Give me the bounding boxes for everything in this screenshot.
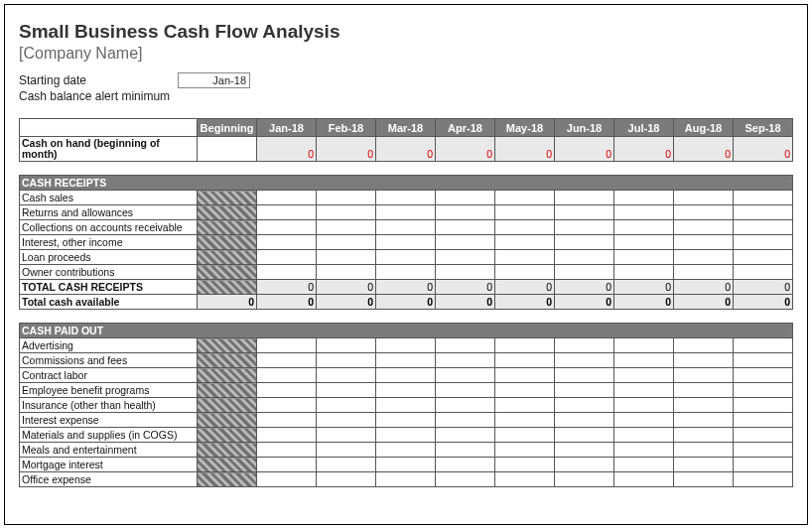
cell[interactable] <box>317 383 376 398</box>
cell[interactable] <box>436 458 495 472</box>
cell[interactable] <box>436 428 495 443</box>
cell[interactable]: 0 <box>674 295 734 310</box>
cell[interactable]: 0 <box>555 137 614 162</box>
cell[interactable] <box>734 338 793 353</box>
cell[interactable] <box>317 250 376 265</box>
cell[interactable] <box>436 235 495 250</box>
cell[interactable]: 0 <box>734 295 793 310</box>
cell[interactable] <box>555 338 614 353</box>
cell[interactable] <box>317 428 376 443</box>
cell[interactable] <box>495 338 555 353</box>
cell[interactable] <box>436 472 495 487</box>
cell[interactable] <box>614 235 674 250</box>
cell[interactable] <box>376 191 436 205</box>
cell[interactable] <box>734 353 793 368</box>
cell[interactable] <box>555 443 614 458</box>
cell[interactable] <box>555 250 614 265</box>
cell[interactable] <box>376 458 436 472</box>
cell[interactable] <box>555 265 614 280</box>
cell[interactable] <box>436 443 495 458</box>
cell[interactable] <box>436 383 495 398</box>
cell[interactable] <box>495 383 555 398</box>
cell[interactable] <box>436 205 495 220</box>
cell[interactable] <box>495 368 555 383</box>
cell[interactable] <box>734 458 793 472</box>
cell[interactable] <box>555 235 614 250</box>
cell[interactable]: 0 <box>317 137 376 162</box>
cell[interactable] <box>614 413 674 428</box>
cell[interactable] <box>376 250 436 265</box>
cell[interactable] <box>257 443 317 458</box>
cell[interactable] <box>317 265 376 280</box>
cell[interactable]: 0 <box>376 295 436 310</box>
cell[interactable] <box>317 368 376 383</box>
cell[interactable] <box>495 235 555 250</box>
cell[interactable]: 0 <box>734 280 793 295</box>
cell[interactable] <box>257 413 317 428</box>
cell[interactable] <box>317 220 376 235</box>
cell[interactable] <box>674 265 734 280</box>
cell[interactable]: 0 <box>674 137 734 162</box>
cell[interactable] <box>317 472 376 487</box>
cell[interactable] <box>257 398 317 413</box>
cell[interactable] <box>555 458 614 472</box>
cell[interactable] <box>614 250 674 265</box>
cell[interactable] <box>555 383 614 398</box>
cell[interactable] <box>376 472 436 487</box>
cell[interactable] <box>614 205 674 220</box>
cell[interactable] <box>495 413 555 428</box>
cell[interactable] <box>614 443 674 458</box>
cell[interactable] <box>376 443 436 458</box>
cell[interactable]: 0 <box>674 280 734 295</box>
cell[interactable] <box>317 191 376 205</box>
cell[interactable] <box>734 235 793 250</box>
cell[interactable]: 0 <box>436 280 495 295</box>
cell[interactable] <box>317 413 376 428</box>
cell[interactable] <box>614 398 674 413</box>
cell[interactable]: 0 <box>257 280 317 295</box>
cell[interactable] <box>376 368 436 383</box>
cell[interactable] <box>317 458 376 472</box>
cell[interactable] <box>317 235 376 250</box>
cell[interactable]: 0 <box>376 137 436 162</box>
cell[interactable] <box>674 353 734 368</box>
cell[interactable] <box>495 458 555 472</box>
cell[interactable] <box>495 472 555 487</box>
cell[interactable] <box>734 443 793 458</box>
cell[interactable] <box>674 383 734 398</box>
starting-date-input[interactable]: Jan-18 <box>178 72 250 88</box>
cell[interactable] <box>436 250 495 265</box>
cell[interactable] <box>376 398 436 413</box>
cell[interactable] <box>495 205 555 220</box>
cell[interactable]: 0 <box>614 280 674 295</box>
cell[interactable] <box>257 250 317 265</box>
cell[interactable]: 0 <box>436 137 495 162</box>
cell[interactable] <box>734 383 793 398</box>
cell[interactable] <box>674 191 734 205</box>
cell[interactable] <box>495 250 555 265</box>
cell[interactable] <box>257 472 317 487</box>
cell[interactable]: 0 <box>614 295 674 310</box>
cell[interactable]: 0 <box>555 280 614 295</box>
cell[interactable] <box>257 383 317 398</box>
cell[interactable] <box>734 250 793 265</box>
cell[interactable] <box>436 191 495 205</box>
cell[interactable] <box>674 205 734 220</box>
cell[interactable] <box>436 220 495 235</box>
cell[interactable] <box>376 413 436 428</box>
cell[interactable]: 0 <box>495 137 555 162</box>
cell[interactable] <box>555 428 614 443</box>
cell[interactable] <box>734 220 793 235</box>
cell[interactable] <box>674 443 734 458</box>
cell[interactable] <box>734 368 793 383</box>
cell[interactable]: 0 <box>555 295 614 310</box>
cell[interactable] <box>614 472 674 487</box>
cell[interactable] <box>376 338 436 353</box>
cell[interactable] <box>674 398 734 413</box>
cell[interactable]: 0 <box>317 295 376 310</box>
cell[interactable] <box>674 368 734 383</box>
cell[interactable] <box>198 137 257 162</box>
cell[interactable] <box>734 428 793 443</box>
cell[interactable] <box>436 353 495 368</box>
cell[interactable]: 0 <box>257 295 317 310</box>
